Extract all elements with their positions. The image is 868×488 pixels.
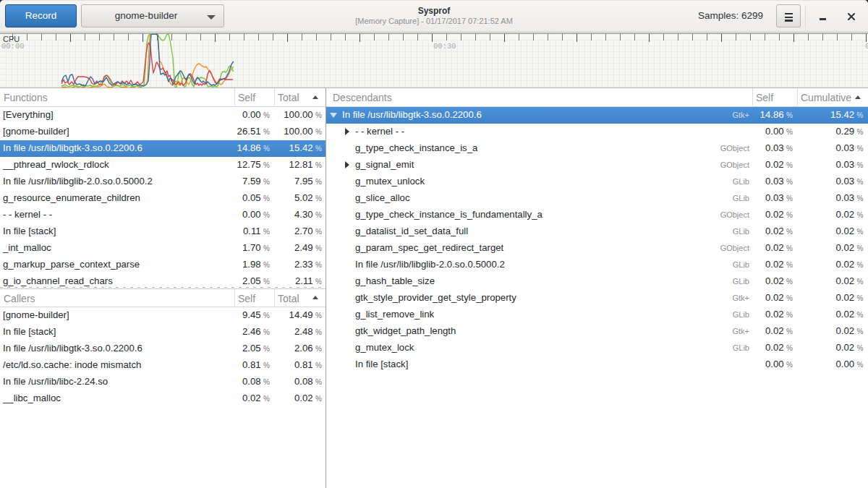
- svg-text:01:00: 01:00: [865, 42, 868, 51]
- svg-text:00:30: 00:30: [433, 42, 456, 51]
- svg-text:00:00: 00:00: [1, 42, 25, 51]
